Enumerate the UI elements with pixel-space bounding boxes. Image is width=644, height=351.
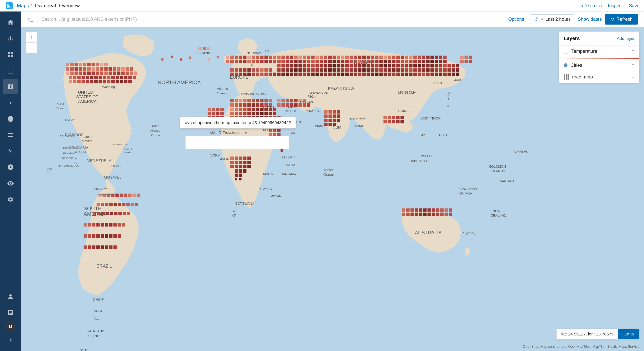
sidebar-item-notebook[interactable] xyxy=(3,305,18,320)
svg-rect-120 xyxy=(350,56,353,59)
sidebar-item-collapse[interactable] xyxy=(3,332,18,348)
svg-text:MADAG..: MADAG.. xyxy=(263,172,277,176)
svg-rect-154 xyxy=(324,60,327,63)
svg-rect-199 xyxy=(346,64,349,67)
svg-rect-78 xyxy=(226,56,230,59)
svg-rect-237 xyxy=(252,103,255,107)
time-filter[interactable]: ⏱ ▾ Last 2 hours xyxy=(530,15,574,24)
search-input-wrap[interactable]: Search... (e.g. status:200 AND extension… xyxy=(38,14,502,24)
layer-item-roadmap: road_map ≡ xyxy=(559,71,639,83)
svg-rect-418 xyxy=(328,68,332,72)
sidebar-item-dashboard[interactable] xyxy=(3,47,18,62)
svg-rect-473 xyxy=(350,73,353,76)
svg-rect-7 xyxy=(79,63,82,66)
svg-rect-561 xyxy=(234,165,238,168)
sidebar-item-visualize[interactable] xyxy=(3,31,18,46)
svg-rect-484 xyxy=(396,73,400,76)
svg-text:MALESIA: MALESIA xyxy=(420,154,434,157)
breadcrumb-maps-link[interactable]: Maps xyxy=(17,3,29,9)
layers-panel-title: Layers xyxy=(564,36,580,42)
search-input[interactable]: Search... (e.g. status:200 AND extension… xyxy=(42,17,498,22)
sidebar-item-user[interactable] xyxy=(3,289,18,304)
cities-layer-drag[interactable]: ≡ xyxy=(632,63,634,68)
svg-rect-235 xyxy=(243,103,246,107)
svg-rect-127 xyxy=(379,56,382,59)
svg-rect-278 xyxy=(286,99,289,102)
svg-rect-160 xyxy=(350,60,353,63)
sidebar-item-siem[interactable] xyxy=(3,111,18,127)
svg-text:VENEZUELA: VENEZUELA xyxy=(87,158,112,163)
svg-rect-407 xyxy=(281,68,284,72)
sidebar-item-settings[interactable] xyxy=(3,192,18,207)
kibana-logo[interactable] xyxy=(4,1,14,10)
goto-button[interactable]: Go to xyxy=(618,329,639,339)
svg-text:NEW: NEW xyxy=(492,209,500,213)
svg-rect-465 xyxy=(316,73,319,76)
save-button[interactable]: Save xyxy=(629,3,640,9)
svg-rect-543 xyxy=(212,112,215,115)
svg-rect-188 xyxy=(298,64,302,67)
inspect-button[interactable]: Inspect xyxy=(608,3,623,9)
roadmap-layer-drag[interactable]: ≡ xyxy=(632,74,634,80)
show-dates-button[interactable]: Show dates xyxy=(578,17,602,22)
svg-rect-1 xyxy=(8,68,13,73)
sidebar-item-ml[interactable] xyxy=(3,95,18,111)
temperature-layer-checkbox[interactable] xyxy=(564,49,568,54)
svg-rect-211 xyxy=(396,64,400,67)
svg-rect-467 xyxy=(324,73,327,76)
svg-rect-430 xyxy=(379,68,382,72)
svg-rect-149 xyxy=(303,60,306,63)
svg-rect-47 xyxy=(69,76,72,79)
svg-rect-518 xyxy=(180,58,182,61)
map-area[interactable]: NORTH AMERICA SOUTH AMERICA BRAZIL GUYAN… xyxy=(21,27,644,351)
svg-rect-216 xyxy=(418,64,421,67)
svg-rect-136 xyxy=(418,56,421,59)
fullscreen-button[interactable]: Full screen xyxy=(580,3,602,9)
sidebar-item-observability[interactable] xyxy=(3,176,18,191)
add-layer-button[interactable]: Add layer xyxy=(617,36,634,41)
sidebar-item-canvas[interactable] xyxy=(3,63,18,78)
svg-rect-291 xyxy=(324,110,328,114)
svg-text:NORWAY: NORWAY xyxy=(246,51,261,55)
svg-rect-560 xyxy=(230,165,234,168)
svg-rect-381 xyxy=(92,234,96,238)
map-container[interactable]: NORTH AMERICA SOUTH AMERICA BRAZIL GUYAN… xyxy=(21,27,644,351)
sidebar-item-uptime[interactable] xyxy=(3,160,18,175)
svg-text:PARANAMBUCO: PARANAMBUCO xyxy=(59,164,79,167)
sidebar-item-home[interactable] xyxy=(3,15,18,30)
svg-text:ISLANDS: ISLANDS xyxy=(87,334,102,338)
svg-rect-419 xyxy=(332,68,336,72)
svg-rect-525 xyxy=(280,149,283,152)
svg-text:GUYANA: GUYANA xyxy=(104,175,121,180)
svg-text:ETHIOPIA: ETHIOPIA xyxy=(282,156,296,159)
zoom-out-button[interactable]: − xyxy=(26,43,36,53)
sidebar-item-maps[interactable] xyxy=(3,79,18,94)
svg-rect-8 xyxy=(83,63,86,66)
refresh-button[interactable]: Refresh xyxy=(605,14,638,25)
options-button[interactable]: Options xyxy=(505,15,527,24)
svg-rect-312 xyxy=(388,120,391,123)
svg-rect-169 xyxy=(388,60,391,63)
svg-rect-225 xyxy=(243,99,246,102)
svg-rect-208 xyxy=(384,64,387,67)
dev-tools-badge[interactable]: D xyxy=(5,321,16,332)
svg-rect-462 xyxy=(303,73,306,76)
temperature-layer-drag[interactable]: ≡ xyxy=(632,49,634,54)
svg-rect-24 xyxy=(108,67,112,71)
svg-rect-80 xyxy=(234,56,238,59)
zoom-in-button[interactable]: + xyxy=(26,32,36,42)
svg-rect-23 xyxy=(104,67,108,71)
svg-text:INDIA: INDIA xyxy=(332,125,342,130)
svg-rect-497 xyxy=(452,64,455,67)
svg-rect-306 xyxy=(384,116,387,119)
svg-rect-46 xyxy=(134,72,138,75)
svg-rect-277 xyxy=(281,99,284,102)
svg-rect-420 xyxy=(337,68,340,72)
refresh-label: Refresh xyxy=(616,17,632,22)
svg-rect-349 xyxy=(137,194,140,197)
sidebar-item-apm[interactable] xyxy=(3,143,18,159)
svg-rect-323 xyxy=(432,208,435,212)
svg-rect-394 xyxy=(109,245,112,249)
sidebar-item-logs[interactable] xyxy=(3,127,18,143)
svg-rect-191 xyxy=(311,64,314,67)
